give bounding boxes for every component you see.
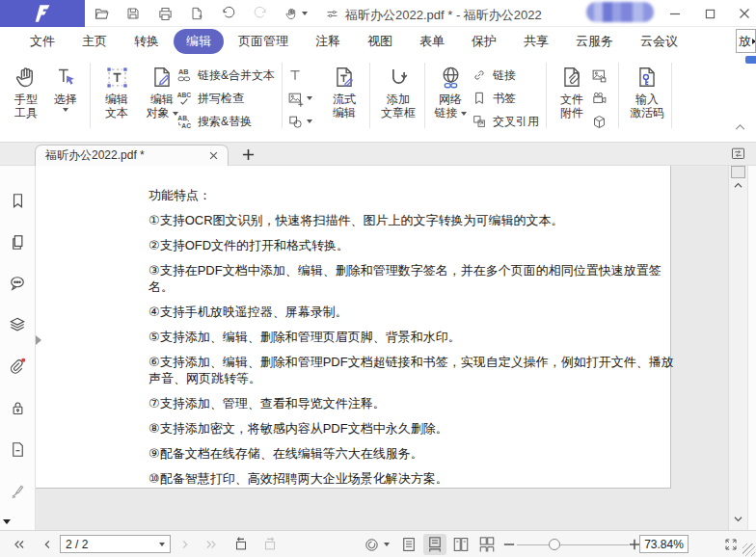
save-button[interactable] bbox=[124, 5, 142, 22]
tab-close-icon[interactable] bbox=[209, 151, 218, 160]
select-tool-button[interactable]: 选择 bbox=[46, 62, 85, 112]
scroll-down-button[interactable] bbox=[729, 516, 747, 523]
layout-continuous-button[interactable] bbox=[423, 534, 446, 555]
zoom-out-button[interactable] bbox=[503, 531, 515, 557]
destinations-panel-button[interactable] bbox=[8, 439, 27, 459]
layout-single-page-button[interactable] bbox=[397, 534, 420, 555]
insert-video-button[interactable] bbox=[591, 87, 608, 110]
pages-panel-icon bbox=[9, 233, 27, 252]
tab-cloud-meeting[interactable]: 云会议 bbox=[627, 29, 691, 54]
panel-expand-handle[interactable] bbox=[36, 335, 41, 345]
scroll-up-button[interactable] bbox=[729, 181, 747, 189]
video-camera-icon bbox=[591, 91, 608, 107]
vertical-scrollbar[interactable] bbox=[728, 166, 747, 530]
close-button[interactable] bbox=[737, 6, 752, 21]
add-text-button[interactable] bbox=[287, 64, 312, 87]
layout-facing-button[interactable] bbox=[449, 534, 472, 555]
signatures-panel-button[interactable] bbox=[8, 481, 27, 500]
add-image-button[interactable] bbox=[287, 87, 312, 110]
web-link-button[interactable]: 网络 链接 bbox=[430, 62, 471, 119]
link-button[interactable]: 链接 bbox=[472, 64, 539, 87]
page-number-input[interactable]: 2 / 2 bbox=[60, 535, 171, 553]
document-tab-active[interactable]: 福昕办公2022.pdf * bbox=[35, 145, 229, 166]
tab-file[interactable]: 文件 bbox=[16, 29, 68, 54]
scrollbar-thumb[interactable] bbox=[731, 166, 745, 178]
zoom-value-input[interactable]: 73.84% bbox=[639, 535, 688, 553]
view-mode-button[interactable] bbox=[364, 531, 390, 557]
menu-tabs-overflow-button[interactable]: 放 bbox=[736, 29, 756, 53]
search-replace-icon: ABAC bbox=[176, 114, 192, 129]
fullscreen-button[interactable] bbox=[723, 531, 739, 557]
open-file-button[interactable] bbox=[93, 5, 110, 22]
print-button[interactable] bbox=[156, 5, 174, 22]
file-attachment-button[interactable]: 文件 附件 bbox=[552, 62, 592, 119]
first-page-button[interactable] bbox=[13, 531, 26, 557]
app-logo[interactable] bbox=[0, 0, 85, 27]
page-thumbnails-panel-button[interactable] bbox=[8, 232, 27, 252]
tab-home[interactable]: 主页 bbox=[68, 29, 121, 54]
switch-document-button[interactable] bbox=[728, 144, 747, 164]
zoom-slider[interactable] bbox=[517, 544, 629, 545]
resize-grip[interactable] bbox=[742, 544, 755, 556]
page-layout-group bbox=[397, 531, 499, 557]
maximize-button[interactable] bbox=[702, 6, 717, 21]
security-panel-button[interactable] bbox=[8, 398, 27, 417]
tab-edit[interactable]: 编辑 bbox=[174, 29, 224, 54]
bookmark-button[interactable]: 书签 bbox=[472, 87, 539, 110]
document-canvas[interactable]: 功能特点： ①支持OCR图文识别，快速将扫描件、图片上的文字转换为可编辑的文本。… bbox=[36, 166, 728, 530]
doc-paragraph: ⑤支持添加、编辑、删除和管理页眉页脚、背景和水印。 bbox=[148, 329, 681, 345]
undo-button[interactable] bbox=[220, 5, 237, 22]
zoom-slider-handle[interactable] bbox=[549, 539, 560, 550]
activation-code-button[interactable]: 输入 激活码 bbox=[623, 62, 671, 119]
bookmark-icon bbox=[472, 91, 487, 106]
pdf-page[interactable]: 功能特点： ①支持OCR图文识别，快速将扫描件、图片上的文字转换为可编辑的文本。… bbox=[36, 166, 671, 489]
foxit-pdf-editor-window: 福昕办公2022.pdf * - 福昕办公2022 文件 主页 转换 编辑 页面… bbox=[0, 0, 756, 557]
add-content-group bbox=[287, 64, 312, 133]
redo-button[interactable] bbox=[252, 5, 269, 22]
cross-reference-button[interactable]: 交叉引用 bbox=[472, 110, 539, 133]
minimize-button[interactable] bbox=[667, 6, 683, 21]
attachments-panel-button[interactable] bbox=[8, 357, 27, 376]
new-tab-button[interactable] bbox=[240, 146, 256, 162]
doc-paragraph: ①支持OCR图文识别，快速将扫描件、图片上的文字转换为可编辑的文本。 bbox=[148, 212, 681, 228]
add-article-box-button[interactable]: 添加 文章框 bbox=[374, 62, 422, 119]
edit-object-icon bbox=[149, 65, 175, 90]
link-join-text-button[interactable]: AB 链接&合并文本 bbox=[176, 64, 275, 87]
edit-text-button[interactable]: 编辑 文本 bbox=[96, 62, 137, 119]
new-document-button[interactable] bbox=[188, 5, 205, 22]
tab-share[interactable]: 共享 bbox=[510, 29, 562, 54]
spell-check-button[interactable]: ABC 拼写检查 bbox=[176, 87, 275, 110]
account-badge-blurred[interactable] bbox=[586, 2, 654, 22]
customize-toolbar-button[interactable] bbox=[323, 5, 340, 22]
hand-tool-button[interactable]: 手型 工具 bbox=[8, 62, 44, 119]
destinations-panel-icon bbox=[9, 440, 27, 459]
previous-view-button[interactable] bbox=[232, 531, 250, 557]
insert-3d-button[interactable] bbox=[591, 110, 608, 133]
layers-panel-button[interactable] bbox=[8, 315, 27, 334]
page-indicator-value: 2 / 2 bbox=[66, 538, 88, 551]
tab-page-manage[interactable]: 页面管理 bbox=[225, 29, 302, 54]
layout-facing-continuous-button[interactable] bbox=[475, 534, 499, 555]
next-view-button[interactable] bbox=[261, 531, 279, 557]
tab-view[interactable]: 视图 bbox=[354, 29, 406, 54]
hand-mode-button[interactable] bbox=[284, 5, 309, 22]
flow-edit-button[interactable]: 流式 编辑 bbox=[324, 62, 364, 119]
previous-page-button[interactable] bbox=[42, 531, 51, 557]
collapse-ribbon-button[interactable] bbox=[732, 121, 747, 133]
quick-access-toolbar bbox=[93, 0, 340, 27]
tab-form[interactable]: 表单 bbox=[406, 29, 458, 54]
more-panels-button[interactable] bbox=[3, 519, 11, 524]
next-page-button[interactable] bbox=[181, 531, 190, 557]
tab-comment[interactable]: 注释 bbox=[302, 29, 354, 54]
file-attachment-icon bbox=[559, 65, 584, 90]
insert-image-button[interactable] bbox=[591, 64, 608, 87]
tab-cloud-service[interactable]: 云服务 bbox=[562, 29, 627, 54]
add-shapes-button[interactable] bbox=[287, 110, 312, 133]
search-replace-button[interactable]: ABAC 搜索&替换 bbox=[176, 110, 275, 133]
comments-panel-button[interactable] bbox=[8, 274, 27, 293]
bookmarks-panel-button[interactable] bbox=[8, 191, 27, 210]
last-page-button[interactable] bbox=[204, 531, 218, 557]
tab-protect[interactable]: 保护 bbox=[458, 29, 510, 54]
tab-convert[interactable]: 转换 bbox=[121, 29, 173, 54]
add-shapes-icon bbox=[287, 114, 304, 130]
